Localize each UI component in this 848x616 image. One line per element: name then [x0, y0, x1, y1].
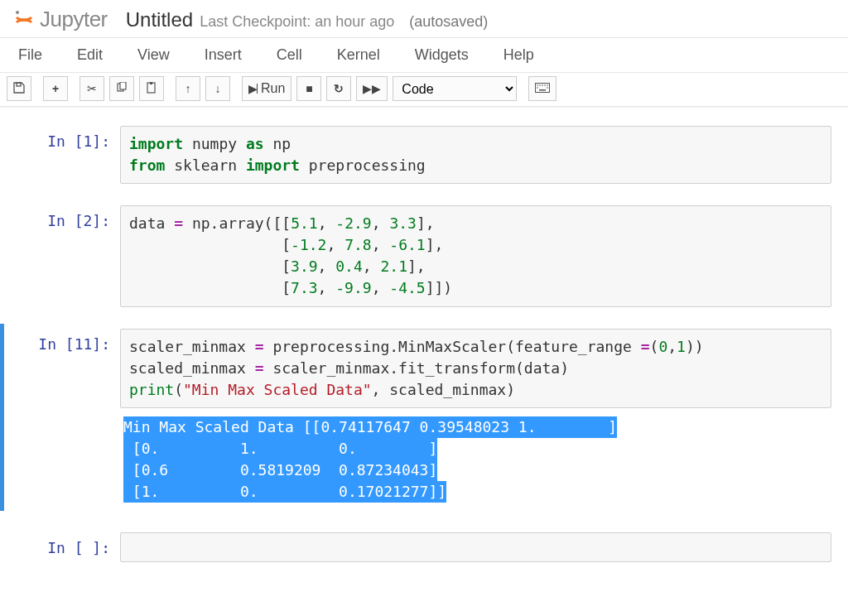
- interrupt-button[interactable]: ■: [296, 76, 321, 101]
- num: -1.2: [291, 236, 326, 253]
- cut-button[interactable]: ✂: [80, 76, 104, 101]
- menubar: File Edit View Insert Cell Kernel Widget…: [0, 37, 848, 72]
- paste-icon: [146, 82, 157, 96]
- keyword: from: [129, 156, 165, 174]
- menu-edit[interactable]: Edit: [77, 46, 103, 64]
- output-line: [0.6 0.5819209 0.87234043]: [123, 460, 437, 481]
- autosave-label: (autosaved): [409, 13, 488, 31]
- cell-type-select[interactable]: Code: [393, 76, 517, 101]
- module: np: [192, 214, 210, 232]
- restart-icon: ↻: [334, 82, 344, 95]
- svg-point-10: [545, 84, 547, 86]
- menu-insert[interactable]: Insert: [205, 46, 242, 64]
- svg-point-11: [547, 84, 549, 86]
- num: -9.9: [335, 279, 371, 296]
- output-line: Min Max Scaled Data [[0.74117647 0.39548…: [123, 416, 617, 438]
- var: scaler_minmax: [129, 338, 255, 355]
- plus-icon: +: [52, 82, 59, 95]
- save-button[interactable]: [7, 76, 31, 101]
- num: -4.5: [389, 279, 425, 296]
- paren: )): [686, 338, 704, 355]
- input-prompt: In [11]:: [12, 329, 120, 408]
- num: 2.1: [380, 257, 407, 275]
- move-down-button[interactable]: ↓: [205, 76, 230, 101]
- keyword: import: [246, 156, 300, 174]
- keyword: as: [246, 135, 264, 152]
- paren: (: [174, 381, 183, 398]
- run-button[interactable]: ▶ Run: [242, 76, 292, 101]
- restart-button[interactable]: ↻: [326, 76, 351, 101]
- svg-point-8: [540, 84, 542, 86]
- string: "Min Max Scaled Data": [183, 381, 372, 398]
- menu-widgets[interactable]: Widgets: [415, 46, 469, 64]
- code: preprocessing.MinMaxScaler(feature_range: [264, 338, 641, 355]
- num: 0: [658, 338, 667, 355]
- run-icon: ▶: [248, 82, 258, 95]
- input-prompt: In [1]:: [12, 126, 120, 184]
- svg-rect-5: [150, 82, 152, 84]
- code: scaler_minmax.fit_transform(data): [264, 359, 569, 377]
- title-area: Untitled Last Checkpoint: an hour ago (a…: [126, 8, 489, 31]
- scissors-icon: ✂: [87, 82, 97, 95]
- save-icon: [13, 82, 25, 96]
- input-prompt: In [2]:: [12, 205, 120, 306]
- menu-cell[interactable]: Cell: [277, 46, 302, 64]
- num: 7.3: [291, 279, 318, 296]
- menu-help[interactable]: Help: [504, 46, 534, 64]
- var: scaled_minmax: [129, 359, 255, 377]
- menu-kernel[interactable]: Kernel: [337, 46, 380, 64]
- copy-button[interactable]: [109, 76, 134, 101]
- num: -6.1: [389, 236, 425, 253]
- move-up-button[interactable]: ↑: [176, 76, 200, 101]
- arrow-down-icon: ↓: [215, 82, 221, 95]
- alias: np: [272, 135, 291, 152]
- code-input[interactable]: scaler_minmax = preprocessing.MinMaxScal…: [120, 329, 831, 408]
- add-cell-button[interactable]: +: [43, 76, 68, 101]
- svg-point-13: [547, 87, 549, 89]
- svg-point-0: [16, 11, 19, 14]
- copy-icon: [116, 82, 128, 96]
- func: array: [219, 214, 263, 232]
- code-cell-selected[interactable]: In [11]: scaler_minmax = preprocessing.M…: [0, 324, 848, 413]
- notebook-title[interactable]: Untitled: [126, 8, 193, 31]
- dot: .: [210, 214, 219, 232]
- restart-run-all-button[interactable]: ▶▶: [356, 76, 388, 101]
- op: =: [641, 338, 650, 355]
- keyboard-icon: [535, 82, 550, 95]
- paste-button[interactable]: [139, 76, 164, 101]
- num: 5.1: [291, 214, 318, 232]
- notebook-header: Jupyter Untitled Last Checkpoint: an hou…: [0, 0, 848, 37]
- op: =: [174, 214, 183, 232]
- svg-point-9: [542, 84, 544, 86]
- output-line: [1. 0. 0.17021277]]: [123, 481, 446, 503]
- svg-rect-1: [17, 83, 21, 86]
- num: -2.9: [335, 214, 371, 232]
- code-input[interactable]: import numpy as np from sklearn import p…: [120, 126, 831, 184]
- command-palette-button[interactable]: [528, 76, 556, 101]
- notebook-area: In [1]: import numpy as np from sklearn …: [0, 107, 848, 600]
- arrow-up-icon: ↑: [186, 82, 191, 95]
- num: 1: [677, 338, 686, 355]
- jupyter-logo-icon: [13, 9, 35, 31]
- code-cell-empty[interactable]: In [ ]:: [0, 527, 848, 567]
- output-row: x Min Max Scaled Data [[0.74117647 0.395…: [0, 413, 848, 511]
- code-input-empty[interactable]: [120, 532, 831, 562]
- num: 7.8: [344, 236, 372, 253]
- menu-view[interactable]: View: [137, 46, 170, 64]
- var: data: [129, 214, 165, 232]
- num: 0.4: [335, 257, 363, 275]
- cell-output[interactable]: Min Max Scaled Data [[0.74117647 0.39548…: [120, 413, 831, 506]
- op: =: [255, 338, 264, 355]
- svg-rect-3: [120, 82, 126, 89]
- code-cell[interactable]: In [2]: data = np.array([[5.1, -2.9, 3.3…: [0, 200, 848, 311]
- checkpoint-label: Last Checkpoint: an hour ago: [200, 13, 394, 31]
- stop-icon: ■: [306, 82, 312, 95]
- menu-file[interactable]: File: [18, 46, 42, 64]
- code-input[interactable]: data = np.array([[5.1, -2.9, 3.3], [-1.2…: [120, 205, 831, 306]
- num: 3.3: [389, 214, 417, 232]
- module: preprocessing: [309, 156, 426, 174]
- toolbar: + ✂ ↑ ↓ ▶ Run ■ ↻ ▶▶ Code: [0, 72, 848, 107]
- builtin: print: [129, 381, 174, 398]
- output-line: [0. 1. 0. ]: [123, 438, 437, 460]
- code-cell[interactable]: In [1]: import numpy as np from sklearn …: [0, 121, 848, 189]
